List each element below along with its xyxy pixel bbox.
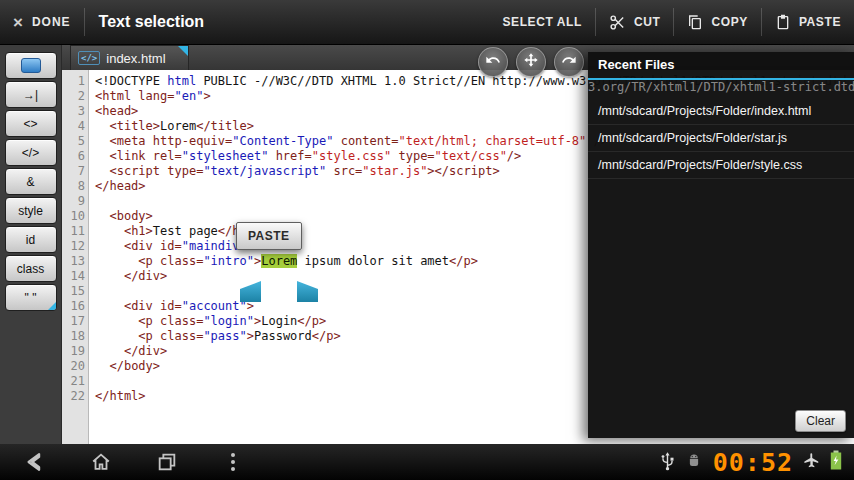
code-file-icon: </> (78, 51, 100, 65)
line-number: 12 (62, 239, 85, 254)
line-number: 7 (62, 164, 85, 179)
line-number-gutter: 12345678910111213141516171819202122 (62, 70, 89, 444)
line-number: 8 (62, 179, 85, 194)
line-number: 22 (62, 389, 85, 404)
line-number: 10 (62, 209, 85, 224)
close-icon: × (13, 14, 24, 31)
recent-file-item[interactable]: /mnt/sdcard/Projects/Folder/star.js (588, 125, 854, 152)
recent-file-item[interactable]: /mnt/sdcard/Projects/Folder/style.css (588, 152, 854, 179)
undo-button[interactable] (478, 47, 508, 77)
redo-button[interactable] (554, 47, 584, 77)
line-number: 18 (62, 329, 85, 344)
selected-text: Lorem (261, 254, 297, 268)
tab-corner-marker (178, 46, 188, 56)
line-number: 2 (62, 89, 85, 104)
paste-button[interactable]: PASTE (762, 0, 854, 44)
copy-icon (687, 14, 703, 30)
recent-files-list: /mnt/sdcard/Projects/Folder/index.html /… (588, 98, 854, 179)
line-number: 19 (62, 344, 85, 359)
done-button[interactable]: × DONE (0, 0, 84, 44)
recent-apps-button[interactable] (154, 449, 180, 475)
sidebar-button-quotes[interactable]: " " (5, 284, 57, 311)
undo-icon (485, 52, 501, 72)
copy-label: COPY (711, 15, 747, 29)
tab-index-html[interactable]: </> index.html (70, 45, 189, 70)
line-number: 21 (62, 374, 85, 389)
recent-file-item[interactable]: /mnt/sdcard/Projects/Folder/index.html (588, 98, 854, 125)
copy-button[interactable]: COPY (674, 0, 760, 44)
system-navigation-bar: 00:52 (0, 444, 854, 480)
move-cursor-button[interactable] (516, 47, 546, 77)
line-number: 3 (62, 104, 85, 119)
sidebar-button-angle-brackets[interactable]: <> (5, 110, 57, 137)
overflow-menu-icon (231, 453, 235, 471)
home-button[interactable] (88, 449, 114, 475)
sidebar-button-close-tag[interactable]: </> (5, 139, 57, 166)
floating-controls (478, 47, 584, 77)
sidebar-button-label: & (26, 175, 34, 189)
recent-files-title: Recent Files (588, 52, 854, 78)
app-screen: × DONE Text selection SELECT ALL CUT (0, 0, 854, 480)
clear-recent-files-button[interactable]: Clear (795, 410, 846, 432)
sidebar-button-class[interactable]: class (5, 255, 57, 282)
scissors-icon (609, 14, 626, 31)
sidebar-button-label: →| (23, 88, 38, 102)
selection-tool-icon (21, 58, 41, 73)
sidebar-button-selection-tool[interactable] (5, 52, 57, 79)
sidebar-button-id[interactable]: id (5, 226, 57, 253)
menu-button[interactable] (220, 449, 246, 475)
sidebar-button-label: <> (23, 117, 37, 131)
clock: 00:52 (713, 448, 793, 477)
usb-connected-icon (660, 450, 675, 475)
battery-icon (830, 450, 842, 474)
line-number: 17 (62, 314, 85, 329)
sidebar-button-ampersand[interactable]: & (5, 168, 57, 195)
action-bar: × DONE Text selection SELECT ALL CUT (0, 0, 854, 45)
sidebar-button-style[interactable]: style (5, 197, 57, 224)
code-overflow-text: 3.org/TR/xhtml1/DTD/xhtml1-strict.dtd (588, 80, 854, 95)
line-number: 14 (62, 269, 85, 284)
sidebar-button-label: </> (22, 146, 39, 160)
sidebar-button-tab-key[interactable]: →| (5, 81, 57, 108)
redo-icon (561, 52, 577, 72)
back-button[interactable] (22, 449, 48, 475)
line-number: 5 (62, 134, 85, 149)
line-number: 16 (62, 299, 85, 314)
recent-files-panel: Recent Files 3.org/TR/xhtml1/DTD/xhtml1-… (588, 52, 854, 438)
airplane-mode-icon (803, 452, 820, 473)
sidebar-button-label: " " (25, 291, 37, 305)
line-number: 11 (62, 224, 85, 239)
cut-button[interactable]: CUT (596, 0, 673, 44)
move-icon (523, 52, 539, 72)
sidebar-button-label: style (18, 204, 43, 218)
usb-debugging-icon (685, 451, 703, 473)
select-all-label: SELECT ALL (502, 15, 582, 29)
line-number: 6 (62, 149, 85, 164)
line-number: 15 (62, 284, 85, 299)
line-number: 13 (62, 254, 85, 269)
line-number: 1 (62, 74, 85, 89)
line-number: 20 (62, 359, 85, 374)
done-label: DONE (32, 15, 71, 29)
snippet-sidebar: →| <> </> & style id class " " (0, 45, 62, 444)
paste-label: PASTE (799, 15, 841, 29)
line-number: 9 (62, 194, 85, 209)
select-all-button[interactable]: SELECT ALL (489, 0, 595, 44)
cut-label: CUT (634, 15, 660, 29)
sidebar-button-label: id (26, 233, 35, 247)
tab-filename: index.html (106, 51, 165, 66)
paste-icon (775, 14, 791, 30)
long-press-corner-marker (48, 302, 56, 310)
line-number: 4 (62, 119, 85, 134)
paste-tooltip[interactable]: PASTE (236, 222, 302, 250)
sidebar-button-label: class (17, 262, 44, 276)
page-title: Text selection (85, 0, 209, 44)
